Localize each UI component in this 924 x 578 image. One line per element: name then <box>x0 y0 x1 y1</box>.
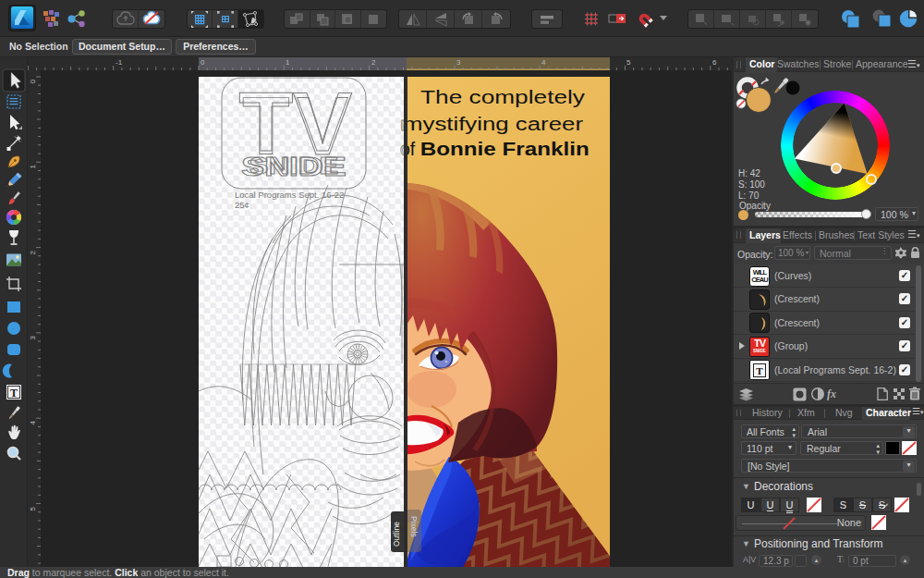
svg-text:1: 1 <box>286 58 290 67</box>
svg-text:4: 4 <box>29 420 37 424</box>
svg-text:5: 5 <box>29 506 37 510</box>
svg-text:The completely: The completely <box>420 87 585 107</box>
svg-text:5: 5 <box>626 58 631 67</box>
svg-text:-1: -1 <box>116 58 123 67</box>
svg-text:4: 4 <box>541 58 546 67</box>
svg-text:3: 3 <box>29 335 37 339</box>
svg-text:T: T <box>10 387 18 400</box>
svg-text:1: 1 <box>29 164 37 168</box>
svg-text:Local Programs Sept. 16-22: Local Programs Sept. 16-22 <box>235 190 344 200</box>
svg-text:mystifying career: mystifying career <box>407 114 584 134</box>
svg-text:3: 3 <box>456 58 461 67</box>
svg-text:2: 2 <box>29 250 37 254</box>
svg-text:6: 6 <box>712 58 717 67</box>
svg-text:SNIDE: SNIDE <box>249 153 339 178</box>
svg-text:of Bonnie Franklin: of Bonnie Franklin <box>407 139 590 159</box>
svg-text:2: 2 <box>371 58 376 67</box>
svg-text:0: 0 <box>201 58 205 67</box>
svg-text:25¢: 25¢ <box>235 200 249 210</box>
svg-text:0: 0 <box>29 79 37 83</box>
